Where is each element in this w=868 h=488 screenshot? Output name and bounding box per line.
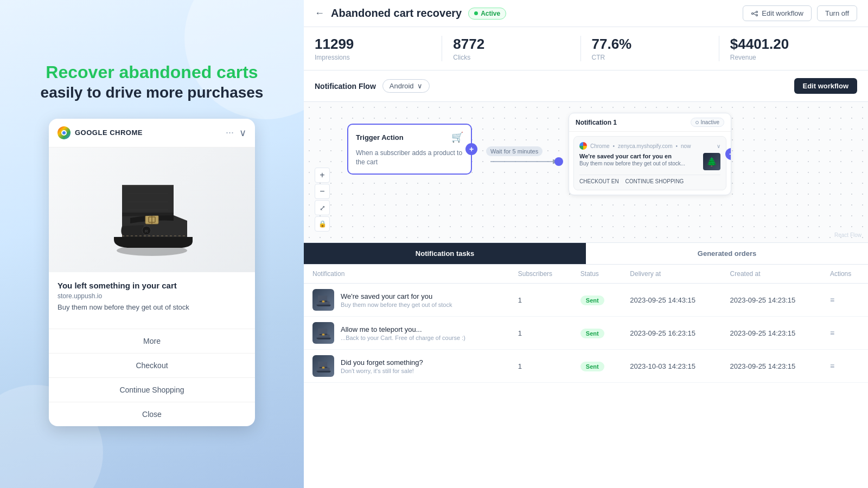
notif-title-1: Allow me to teleport you... (341, 325, 465, 333)
headline-line1: Recover abandoned carts (41, 62, 264, 82)
push-chevron-icon: ∨ (717, 143, 720, 149)
notif-header-left: GOOGLE CHROME (58, 126, 143, 139)
created-cell-2: 2023-09-25 14:23:15 (722, 350, 821, 383)
action-checkout[interactable]: Checkout (49, 354, 255, 378)
react-flow-label: React Flow (834, 232, 861, 238)
trigger-plus-button[interactable]: + (465, 143, 477, 155)
push-product-icon: 🌲 (706, 157, 717, 167)
zoom-controls: + − ⤢ 🔒 (315, 168, 330, 232)
stat-revenue: $4401.20 Revenue (719, 36, 857, 61)
zoom-out-button[interactable]: − (315, 184, 330, 199)
product-image: R (49, 147, 255, 272)
stats-row: 11299 Impressions 8772 Clicks 77.6% CTR … (304, 27, 868, 70)
turn-off-button[interactable]: Turn off (817, 5, 857, 21)
thumb-boot-icon (314, 290, 333, 310)
notif-cell-content-1: Allow me to teleport you... ...Back to y… (312, 322, 501, 344)
notif-header-right: ··· ∨ (226, 127, 246, 139)
action-continue-shopping[interactable]: Continue Shopping (49, 378, 255, 402)
action-close[interactable]: Close (49, 402, 255, 426)
push-notification-title: We're saved your cart for you en (579, 153, 703, 159)
thumb-boot-icon (314, 356, 333, 376)
push-body: We're saved your cart for you en Buy the… (579, 153, 720, 170)
zoom-in-button[interactable]: + (315, 168, 330, 183)
push-actions: CHECKOUT EN CONTINUE SHOPPING (579, 175, 720, 184)
tab-generated-orders[interactable]: Generated orders (586, 243, 868, 264)
platform-label: Android (390, 82, 414, 90)
push-action1: CHECKOUT EN (579, 178, 619, 184)
notif-cell-1: Allow me to teleport you... ...Back to y… (304, 317, 509, 350)
cart-icon: 🛒 (451, 131, 463, 143)
notif-subtitle-2: Don't worry, it's still for sale! (341, 368, 423, 374)
push-separator: • (613, 143, 615, 149)
push-browser-label: Chrome (590, 143, 610, 149)
left-headline: Recover abandoned carts easily to drive … (41, 62, 264, 102)
col-actions: Actions (821, 265, 868, 284)
push-preview-header: Chrome • zenyca.myshopify.com • now ∨ (579, 142, 720, 150)
push-chrome-mini-icon (579, 142, 587, 150)
demo-notification-card: GOOGLE CHROME ··· ∨ (49, 119, 255, 426)
chevron-down-icon[interactable]: ∨ (239, 127, 246, 139)
svg-line-10 (754, 14, 756, 15)
actions-button-2[interactable]: ≡ (830, 362, 834, 370)
chevron-down-platform-icon: ∨ (417, 82, 423, 90)
svg-line-9 (754, 12, 756, 13)
top-bar-left: ← Abandoned cart recovery Active (315, 7, 506, 20)
trigger-node[interactable]: Trigger Action 🛒 When a subscriber adds … (347, 124, 472, 175)
notif-cell-2: Did you forget something? Don't worry, i… (304, 350, 509, 383)
table-row: Allow me to teleport you... ...Back to y… (304, 317, 868, 350)
notif-subtitle-0: Buy them now before they get out of stoc… (341, 301, 452, 308)
lock-button[interactable]: 🔒 (315, 216, 330, 232)
trigger-description: When a subscriber adds a product to the … (356, 149, 463, 167)
browser-label: GOOGLE CHROME (75, 129, 143, 137)
edit-workflow-outline-button[interactable]: Edit workflow (743, 5, 812, 21)
edit-workflow-dark-button[interactable]: Edit workflow (794, 78, 858, 94)
push-text: We're saved your cart for you en Buy the… (579, 153, 703, 166)
push-product-image: 🌲 (703, 153, 720, 170)
col-status: Status (572, 265, 622, 284)
stat-impressions: 11299 Impressions (315, 36, 442, 61)
notif-main-title: You left something in your cart (58, 281, 246, 290)
platform-select[interactable]: Android ∨ (382, 79, 430, 93)
bottom-section: Notification tasks Generated orders Noti… (304, 243, 868, 488)
trigger-node-header: Trigger Action 🛒 (356, 131, 463, 143)
notif-thumbnail-2 (312, 355, 334, 377)
inactive-dot-icon (695, 121, 699, 124)
wait-label: Wait for 5 minutes (486, 146, 542, 156)
push-preview: Chrome • zenyca.myshopify.com • now ∨ We… (573, 136, 726, 190)
svg-point-8 (756, 14, 758, 16)
three-dots-icon[interactable]: ··· (226, 127, 234, 138)
actions-button-1[interactable]: ≡ (830, 329, 834, 337)
notif-store: store.uppush.io (58, 292, 246, 300)
status-cell-2: Sent (572, 350, 622, 383)
stat-clicks: 8772 Clicks (442, 36, 580, 61)
created-cell-1: 2023-09-25 14:23:15 (722, 317, 821, 350)
notif-cell-text-0: We're saved your cart for you Buy them n… (341, 292, 452, 308)
col-subscribers: Subscribers (509, 265, 572, 284)
subscribers-cell-0: 1 (509, 284, 572, 317)
notification-node[interactable]: Notification 1 Inactive Chrome • zenyca.… (569, 113, 731, 195)
table-container[interactable]: Notification Subscribers Status Delivery… (304, 265, 868, 488)
back-arrow-icon[interactable]: ← (315, 8, 324, 19)
stat-ctr: 77.6% CTR (581, 36, 719, 61)
action-more[interactable]: More (49, 329, 255, 354)
svg-point-6 (752, 12, 754, 14)
tab-notification-tasks[interactable]: Notification tasks (304, 243, 586, 264)
created-cell-0: 2023-09-25 14:23:15 (722, 284, 821, 317)
workflow-header-left: Notification Flow Android ∨ (315, 79, 430, 93)
page-title: Abandoned cart recovery (331, 7, 462, 20)
actions-cell-2: ≡ (821, 350, 868, 383)
fit-view-button[interactable]: ⤢ (315, 200, 330, 215)
table-header-row: Notification Subscribers Status Delivery… (304, 265, 868, 284)
actions-cell-1: ≡ (821, 317, 868, 350)
table-body: We're saved your cart for you Buy them n… (304, 284, 868, 383)
ctr-value: 77.6% (592, 36, 708, 53)
notif-actions: More Checkout Continue Shopping Close (49, 329, 255, 426)
notif-title-0: We're saved your cart for you (341, 292, 452, 300)
table-row: Did you forget something? Don't worry, i… (304, 350, 868, 383)
tabs-bar: Notification tasks Generated orders (304, 243, 868, 265)
revenue-value: $4401.20 (730, 36, 846, 53)
actions-button-0[interactable]: ≡ (830, 296, 834, 304)
flow-canvas[interactable]: Trigger Action 🛒 When a subscriber adds … (304, 102, 868, 243)
top-bar: ← Abandoned cart recovery Active Edit wo… (304, 0, 868, 27)
notif-cell-content-0: We're saved your cart for you Buy them n… (312, 289, 501, 311)
